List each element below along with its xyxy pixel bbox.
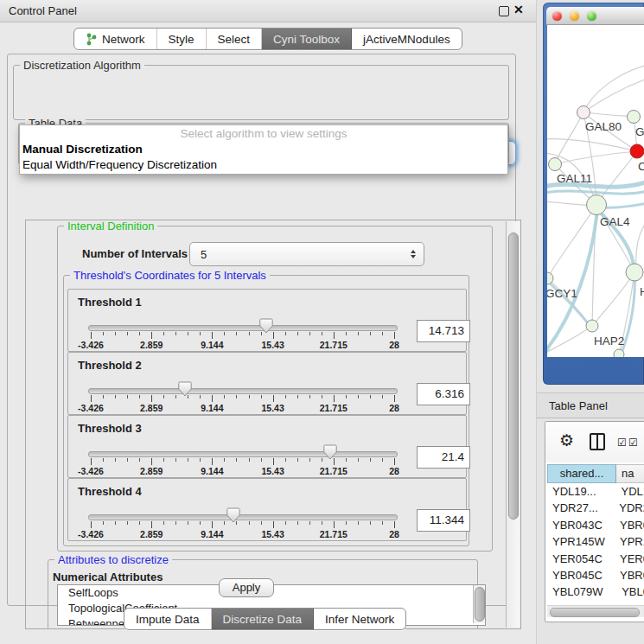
cyni-content-panel: Discretization Algorithm Select algorith… [7,54,516,606]
threshold-slider-thumb[interactable] [178,381,192,397]
window-title: Control Panel [9,4,77,17]
float-window-icon[interactable] [499,6,509,16]
interval-definition-title: Interval Definition [64,220,157,233]
slider-ticks [91,458,395,465]
attributes-list-scrollbar[interactable] [473,585,485,623]
table-horizontal-scrollbar[interactable] [547,605,644,617]
table-panel-header: Table Panel [537,392,644,418]
slider-ticks [91,521,395,528]
network-node-label: GAL11 [557,172,592,185]
tab-network-label: Network [102,33,145,46]
threshold-slider-track[interactable] [88,514,398,520]
apply-button[interactable]: Apply [219,578,274,597]
network-node[interactable] [549,158,562,171]
table-row[interactable]: YER054CYER0 [547,551,644,567]
slider-tick-labels: -3.4262.8599.14415.4321.71528 [91,466,395,476]
network-window-titlebar[interactable] [546,7,644,25]
bottom-tab-bar: Impute Data Discretize Data Infer Networ… [124,608,406,630]
network-node[interactable] [630,144,644,158]
threshold-label: Threshold 4 [78,485,142,498]
settings-scroll-area: Interval Definition Number of Intervals … [25,220,521,629]
network-canvas[interactable]: GAL80GACGAL11GAL4GCY1HHAP2 [547,25,644,357]
tab-network[interactable]: Network [74,29,157,49]
threshold-panel: Threshold 4 -3.4262.8599.14415.4321.7152… [67,478,467,541]
number-of-intervals-label: Number of Intervals [82,247,188,260]
discretization-algorithm-title: Discretization Algorithm [20,59,144,72]
tab-infer-network[interactable]: Infer Network [314,609,405,629]
table-row[interactable]: YBR045CYBR0 [547,567,644,583]
threshold-value-field[interactable]: 11.344 [417,509,470,532]
network-node-label: C [638,160,644,173]
network-node-label: GA [635,125,644,138]
threshold-value-field[interactable]: 14.713 [417,320,470,342]
scrollbar-thumb[interactable] [508,233,519,520]
network-node[interactable] [614,349,624,357]
close-icon[interactable]: ✕ [513,3,524,16]
table-row[interactable]: YBL079WYBL0 [547,583,644,600]
threshold-panel: Threshold 3 -3.4262.8599.14415.4321.7152… [67,415,467,478]
tab-cyni-toolbox[interactable]: Cyni Toolbox [262,29,352,49]
column-header-name[interactable]: na [616,464,644,483]
network-node-label: GCY1 [547,287,577,300]
threshold-slider-thumb[interactable] [226,507,240,523]
table-header-row: shared... na [547,464,644,483]
popup-option-manual[interactable]: Manual Discretization [20,142,507,157]
popup-option-equal-width[interactable]: Equal Width/Frequency Discretization [20,157,507,173]
settings-vertical-scrollbar[interactable] [506,221,520,628]
slider-ticks [91,395,395,402]
table-panel-title: Table Panel [549,399,608,412]
network-node[interactable] [626,264,643,281]
gear-icon[interactable]: ⚙ [559,430,574,450]
network-node[interactable] [628,111,641,124]
combo-arrows-icon [411,250,424,258]
close-traffic-light[interactable] [552,11,562,21]
hscrollbar-thumb[interactable] [550,608,640,617]
table-rows: YDL19...YDL1YDR27...YDR2YBR043CYBR0YPR14… [547,483,644,622]
zoom-traffic-light[interactable] [587,11,596,21]
table-row[interactable]: YDL19...YDL1 [547,483,644,500]
tab-jactivemnodules[interactable]: jActiveMNodules [352,29,462,49]
threshold-value-field[interactable]: 21.4 [417,446,470,469]
threshold-slider-thumb[interactable] [323,444,337,460]
network-node-label: HAP2 [594,335,624,348]
threshold-panel: Threshold 2 -3.4262.8599.14415.4321.7152… [67,352,467,415]
network-node-label: H [640,285,644,298]
threshold-label: Threshold 2 [78,359,142,372]
threshold-slider-track[interactable] [88,388,398,394]
table-row[interactable]: YDR27...YDR2 [547,500,644,516]
threshold-slider-thumb[interactable] [259,318,273,334]
tab-style[interactable]: Style [157,29,207,49]
threshold-slider-track[interactable] [88,325,398,331]
tab-discretize-data[interactable]: Discretize Data [212,609,315,629]
attributes-group-title: Attributes to discretize [54,553,172,566]
checkbox-icon[interactable]: ☑ [617,437,627,449]
table-row[interactable]: YIL052CYIL0 [547,617,644,622]
tab-impute-data[interactable]: Impute Data [124,609,212,629]
slider-tick-labels: -3.4262.8599.14415.4321.71528 [91,403,395,413]
threshold-label: Threshold 3 [78,422,142,435]
table-panel-card: ⚙ ☑ ☑ shared... na YDL19...YDL1YDR27...Y… [545,421,644,622]
network-node[interactable] [577,106,590,119]
network-node-label: GAL80 [585,120,622,133]
slider-tick-labels: -3.4262.8599.14415.4321.71528 [91,340,395,350]
control-panel-window: Control Panel ✕ Network Style Select Cyn… [0,0,536,644]
column-header-shared-name[interactable]: shared... [547,464,616,483]
minimize-traffic-light[interactable] [570,11,579,21]
threshold-value-field[interactable]: 6.316 [417,383,470,405]
number-of-intervals-combobox[interactable]: 5 [189,242,424,266]
top-tab-bar: Network Style Select Cyni Toolbox jActiv… [73,28,462,50]
table-row[interactable]: YBR043CYBR0 [547,517,644,533]
slider-tick-labels: -3.4262.8599.14415.4321.71528 [91,529,395,539]
network-node-label: GAL4 [600,215,630,228]
thresholds-group-title: Threshold's Coordinates for 5 Intervals [70,269,270,282]
discretization-algorithm-group: Discretization Algorithm [13,65,509,120]
algorithm-dropdown-popup: Select algorithm to view settings Manual… [19,124,508,175]
table-row[interactable]: YPR145WYPR1 [547,533,644,550]
network-node[interactable] [586,320,598,332]
checkbox-icon[interactable]: ☑ [628,437,638,449]
network-node[interactable] [587,195,607,215]
tab-select[interactable]: Select [207,29,263,49]
number-of-intervals-value: 5 [190,248,207,261]
threshold-slider-track[interactable] [88,451,398,457]
columns-icon[interactable] [590,433,605,450]
